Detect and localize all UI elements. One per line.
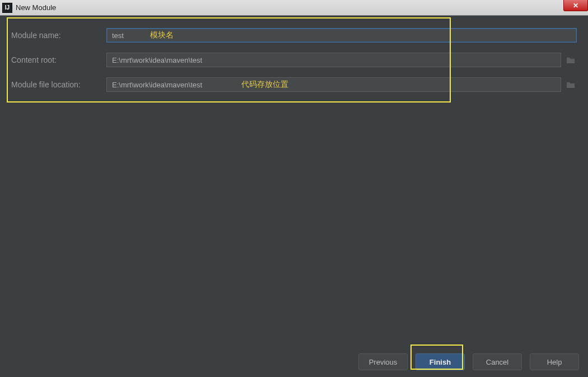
module-file-location-input[interactable] bbox=[106, 77, 561, 92]
folder-icon bbox=[566, 56, 575, 64]
help-button[interactable]: Help bbox=[530, 353, 579, 370]
browse-module-file-location-button[interactable] bbox=[564, 78, 577, 91]
label-module-name: Module name: bbox=[11, 31, 106, 40]
app-icon: IJ bbox=[2, 3, 12, 13]
window-title: New Module bbox=[16, 3, 56, 12]
folder-icon bbox=[566, 81, 575, 89]
browse-content-root-button[interactable] bbox=[564, 54, 577, 66]
input-wrap-module-name: 模块名 bbox=[106, 28, 577, 43]
cancel-button[interactable]: Cancel bbox=[473, 353, 522, 370]
label-content-root: Content root: bbox=[11, 55, 106, 64]
close-icon: ✕ bbox=[573, 2, 578, 10]
row-module-name: Module name: 模块名 bbox=[11, 28, 577, 43]
dialog-content: Module name: 模块名 Content root: Module fi… bbox=[0, 16, 588, 343]
row-content-root: Content root: bbox=[11, 53, 577, 67]
close-button[interactable]: ✕ bbox=[563, 0, 588, 11]
module-name-input[interactable] bbox=[106, 28, 577, 43]
content-root-input[interactable] bbox=[106, 53, 561, 67]
button-bar: Previous Finish Cancel Help bbox=[358, 353, 579, 370]
finish-button[interactable]: Finish bbox=[416, 353, 465, 370]
label-module-file-location: Module file location: bbox=[11, 80, 106, 89]
titlebar: IJ New Module ✕ bbox=[0, 0, 588, 16]
input-wrap-module-file-location: 代码存放位置 bbox=[106, 77, 577, 92]
input-wrap-content-root bbox=[106, 53, 577, 67]
row-module-file-location: Module file location: 代码存放位置 bbox=[11, 77, 577, 92]
previous-button[interactable]: Previous bbox=[358, 353, 408, 370]
